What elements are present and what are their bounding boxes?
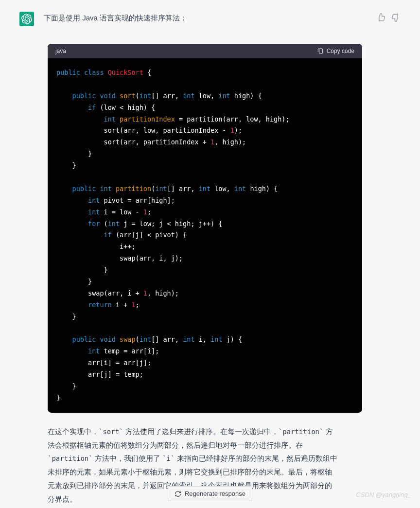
copy-button[interactable]: Copy code bbox=[317, 48, 354, 54]
intro-text: 下面是使用 Java 语言实现的快速排序算法： bbox=[44, 12, 367, 24]
code-header: java Copy code bbox=[48, 44, 362, 58]
watermark: CSDN @yangning_ bbox=[356, 491, 411, 498]
clipboard-icon bbox=[317, 48, 324, 54]
regenerate-button[interactable]: Regenerate response bbox=[168, 486, 252, 501]
code-body: public class QuickSort { public void sor… bbox=[48, 58, 362, 413]
regenerate-label: Regenerate response bbox=[185, 490, 245, 497]
message-content: 下面是使用 Java 语言实现的快速排序算法： bbox=[44, 12, 367, 26]
code-lang-label: java bbox=[55, 48, 66, 54]
assistant-message: 下面是使用 Java 语言实现的快速排序算法： bbox=[0, 0, 420, 36]
copy-label: Copy code bbox=[327, 48, 354, 54]
feedback-controls bbox=[376, 12, 401, 26]
thumbs-down-icon[interactable] bbox=[391, 13, 401, 22]
openai-icon bbox=[21, 14, 32, 24]
refresh-icon bbox=[175, 490, 181, 497]
svg-rect-0 bbox=[319, 49, 322, 53]
code-block: java Copy code public class QuickSort { … bbox=[48, 44, 362, 413]
assistant-avatar bbox=[19, 12, 34, 26]
thumbs-up-icon[interactable] bbox=[376, 13, 386, 22]
